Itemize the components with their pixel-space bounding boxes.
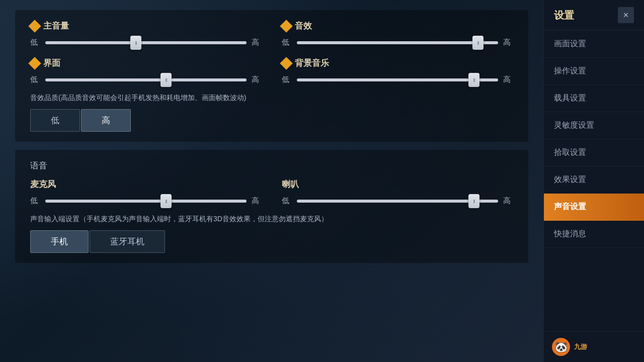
sfx-thumb[interactable] xyxy=(472,36,484,50)
mic-high-label: 高 xyxy=(252,196,262,206)
ui-high-label: 高 xyxy=(252,75,262,84)
master-low-label: 低 xyxy=(30,38,40,47)
sfx-low-label: 低 xyxy=(282,38,292,47)
sfx-label: 音效 xyxy=(282,20,513,32)
mic-group: 麦克风 低 高 xyxy=(30,178,262,206)
sidebar-item-screen[interactable]: 画面设置 xyxy=(544,31,644,58)
logo-text: 九游 xyxy=(574,342,587,351)
phone-button[interactable]: 手机 xyxy=(30,230,89,253)
master-volume-label: 主音量 xyxy=(30,20,262,32)
sidebar-title: 设置 xyxy=(554,9,574,22)
main-content: 主音量 低 高 音效 低 xyxy=(0,0,543,362)
bgm-label: 背景音乐 xyxy=(282,57,513,69)
sidebar-item-controls[interactable]: 操作设置 xyxy=(544,58,644,85)
speaker-group: 喇叭 低 高 xyxy=(282,178,513,206)
master-volume-track[interactable] xyxy=(45,41,247,44)
bgm-group: 背景音乐 低 高 xyxy=(282,57,513,84)
speaker-thumb[interactable] xyxy=(468,194,479,208)
sfx-track[interactable] xyxy=(297,41,498,44)
voice-section: 语音 麦克风 低 高 喇叭 xyxy=(15,150,528,263)
mic-thumb[interactable] xyxy=(160,194,172,208)
sfx-slider-row: 低 高 xyxy=(282,38,513,47)
sfx-high-label: 高 xyxy=(503,38,513,47)
mic-label: 麦克风 xyxy=(30,178,262,190)
mic-slider-row: 低 高 xyxy=(30,196,262,206)
bgm-slider-row: 低 高 xyxy=(282,75,513,84)
bgm-low-label: 低 xyxy=(282,75,292,84)
quality-section: 音效品质(高品质音效可能会引起手机发热和耗电增加、画面帧数波动) 低 高 xyxy=(30,93,513,132)
master-volume-group: 主音量 低 高 xyxy=(30,20,262,47)
master-high-label: 高 xyxy=(252,38,262,47)
ui-slider-row: 低 高 xyxy=(30,75,262,84)
sidebar: 设置 × 画面设置 操作设置 载具设置 灵敏度设置 拾取设置 效果设置 声音设置… xyxy=(543,0,644,362)
ui-thumb[interactable] xyxy=(160,73,172,87)
sidebar-item-sensitivity[interactable]: 灵敏度设置 xyxy=(544,112,644,139)
sfx-group: 音效 低 高 xyxy=(282,20,513,47)
speaker-track[interactable] xyxy=(297,200,498,203)
master-volume-slider-row: 低 高 xyxy=(30,38,262,47)
quality-button-group: 低 高 xyxy=(30,109,513,132)
voice-controls-grid: 麦克风 低 高 喇叭 低 xyxy=(30,178,513,206)
sidebar-item-quickmsg[interactable]: 快捷消息 xyxy=(544,221,644,248)
bgm-track[interactable] xyxy=(297,78,498,81)
bgm-thumb[interactable] xyxy=(468,73,479,87)
ui-volume-group: 界面 低 高 xyxy=(30,57,262,84)
master-volume-thumb[interactable] xyxy=(130,36,141,50)
diamond-icon-sfx xyxy=(280,20,292,32)
diamond-icon-ui xyxy=(28,57,41,69)
quality-low-button[interactable]: 低 xyxy=(30,109,80,132)
close-button[interactable]: × xyxy=(618,7,634,23)
sound-section: 主音量 低 高 音效 低 xyxy=(15,10,528,142)
mic-track[interactable] xyxy=(45,200,247,203)
diamond-icon-bgm xyxy=(280,57,292,69)
sidebar-item-effects[interactable]: 效果设置 xyxy=(544,166,644,194)
sidebar-item-sound[interactable]: 声音设置 xyxy=(544,194,644,221)
quality-high-button[interactable]: 高 xyxy=(81,109,131,132)
bgm-high-label: 高 xyxy=(503,75,513,84)
diamond-icon-master xyxy=(28,20,41,32)
quality-description: 音效品质(高品质音效可能会引起手机发热和耗电增加、画面帧数波动) xyxy=(30,93,513,103)
sidebar-item-pickup[interactable]: 拾取设置 xyxy=(544,139,644,166)
logo-icon: 🐼 xyxy=(552,338,570,356)
bluetooth-button[interactable]: 蓝牙耳机 xyxy=(90,230,165,253)
sidebar-footer: 🐼 九游 xyxy=(544,331,644,362)
speaker-slider-row: 低 高 xyxy=(282,196,513,206)
ui-low-label: 低 xyxy=(30,75,40,84)
mic-low-label: 低 xyxy=(30,196,40,206)
speaker-high-label: 高 xyxy=(503,196,513,206)
sidebar-item-vehicle[interactable]: 载具设置 xyxy=(544,85,644,112)
voice-input-description: 声音输入端设置（手机麦克风为声音输入端时，蓝牙耳机有3D音效效果，但注意勿遮挡麦… xyxy=(30,214,513,224)
voice-input-button-group: 手机 蓝牙耳机 xyxy=(30,230,513,253)
sidebar-header: 设置 × xyxy=(544,0,644,31)
ui-track[interactable] xyxy=(45,78,247,81)
speaker-label: 喇叭 xyxy=(282,178,513,190)
sound-controls-grid: 主音量 低 高 音效 低 xyxy=(30,20,513,84)
voice-section-title: 语音 xyxy=(30,160,513,171)
ui-volume-label: 界面 xyxy=(30,57,262,69)
speaker-low-label: 低 xyxy=(282,196,292,206)
